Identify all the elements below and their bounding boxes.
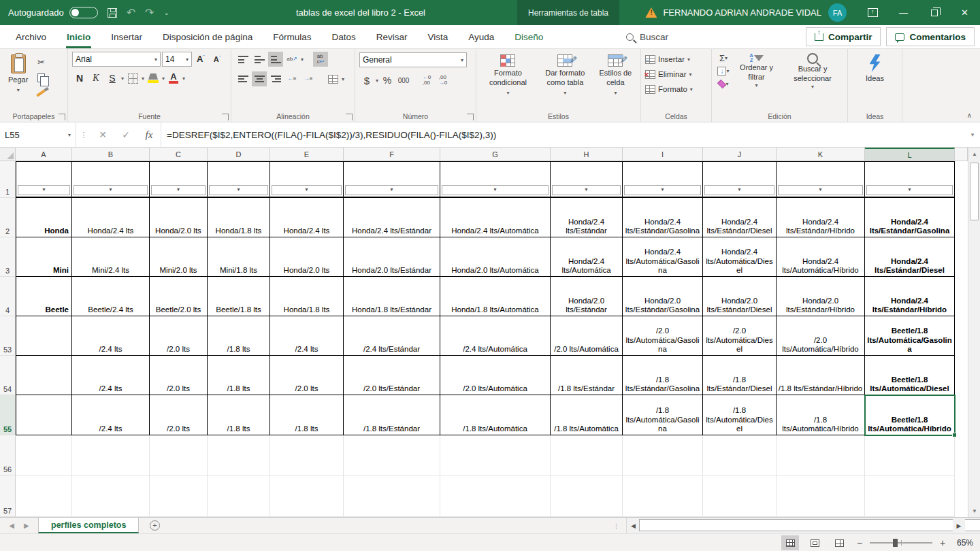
view-page-break-button[interactable] [830, 535, 848, 550]
save-icon[interactable] [108, 8, 117, 18]
ideas-button[interactable]: Ideas [852, 52, 898, 86]
cell-K1[interactable]: /Híbrido▼ [777, 161, 865, 198]
column-header-H[interactable]: H [551, 148, 623, 161]
clipboard-dialog-launcher[interactable] [59, 114, 65, 120]
fill-handle[interactable] [952, 433, 957, 437]
column-header-G[interactable]: G [440, 148, 551, 161]
cell-B54[interactable]: /2.4 lts [72, 356, 150, 395]
row-header-57[interactable]: 57 [0, 475, 16, 517]
tabbar-grip[interactable]: ⋮ [606, 518, 626, 533]
cell-L57[interactable] [865, 475, 955, 517]
cell-A53[interactable] [16, 316, 72, 356]
find-select-button[interactable]: Buscar y seleccionar ▾ [782, 52, 843, 92]
cell-A2[interactable]: Honda [16, 198, 72, 237]
column-header-B[interactable]: B [72, 148, 150, 161]
cell-B55[interactable]: /2.4 lts [72, 395, 150, 435]
cut-button[interactable]: ✂ [33, 54, 48, 69]
cell-I56[interactable] [623, 435, 703, 475]
currency-button[interactable]: $ [359, 73, 374, 88]
cell-H54[interactable]: /1.8 lts/Estándar [551, 356, 623, 395]
cell-C53[interactable]: /2.0 lts [150, 316, 208, 356]
row-header-54[interactable]: 54 [0, 356, 16, 395]
menu-tab-vista[interactable]: Vista [417, 25, 458, 49]
menu-tab-insertar[interactable]: Insertar [101, 25, 152, 49]
cell-I54[interactable]: /1.8 lts/Estándar/Gasolina [623, 356, 703, 395]
cell-G4[interactable]: Honda/1.8 lts/Automática [440, 277, 551, 316]
comma-style-button[interactable]: 000 [396, 73, 411, 88]
new-sheet-button[interactable]: + [139, 518, 170, 533]
fill-color-button[interactable] [146, 71, 161, 86]
cell-L56[interactable] [865, 435, 955, 475]
cell-K57[interactable] [777, 475, 865, 517]
format-cells-button[interactable]: Formato▾ [645, 82, 707, 97]
filter-button-A[interactable]: ▼ [18, 185, 70, 195]
cell-C55[interactable]: /2.0 lts [150, 395, 208, 435]
font-name-select[interactable]: Arial▾ [72, 52, 161, 67]
cell-D4[interactable]: Beetle/1.8 lts [208, 277, 270, 316]
cell-G57[interactable] [440, 475, 551, 517]
font-dialog-launcher[interactable] [222, 114, 229, 120]
cell-D2[interactable]: Honda/1.8 lts [208, 198, 270, 237]
cell-E57[interactable] [270, 475, 344, 517]
paste-button[interactable]: Pegar ▾ [4, 52, 32, 97]
cell-H1[interactable]: perfil_i2▼ [551, 161, 623, 198]
cell-C2[interactable]: Honda/2.0 lts [150, 198, 208, 237]
clear-button[interactable]: ▾ [716, 78, 731, 90]
autosave-toggle[interactable]: Autoguardado [8, 7, 98, 18]
cell-E3[interactable]: Honda/2.0 lts [270, 237, 344, 277]
cell-F56[interactable] [344, 435, 440, 475]
search-box[interactable]: Buscar [626, 25, 668, 49]
expand-formula-bar-icon[interactable]: ▾ [965, 122, 980, 147]
cell-L4[interactable]: Honda/2.4 lts/Estándar/Híbrido [865, 277, 955, 316]
column-header-I[interactable]: I [623, 148, 703, 161]
conditional-formatting-button[interactable]: Formato condicional ▾ [480, 52, 536, 99]
cell-A56[interactable] [16, 435, 72, 475]
sheet-nav-right-icon[interactable]: ▶ [24, 522, 29, 529]
cell-H56[interactable] [551, 435, 623, 475]
cell-L3[interactable]: Honda/2.4 lts/Estándar/Diesel [865, 237, 955, 277]
cell-L1[interactable]: perfil completo▼ [865, 161, 955, 198]
delete-cells-button[interactable]: Eliminar▾ [645, 67, 707, 82]
cell-K3[interactable]: Honda/2.4 lts/Automática/Híbrido [777, 237, 865, 277]
cell-J1[interactable]: /Diesel▼ [703, 161, 777, 198]
cell-L55[interactable]: Beetle/1.8 lts/Automática/Híbrido [865, 395, 955, 435]
alignment-dialog-launcher[interactable] [346, 114, 353, 120]
cell-A4[interactable]: Beetle [16, 277, 72, 316]
column-header-D[interactable]: D [208, 148, 270, 161]
view-page-layout-button[interactable] [806, 535, 823, 550]
collapse-ribbon-icon[interactable]: ∧ [967, 112, 972, 119]
font-size-select[interactable]: 14▾ [162, 52, 192, 67]
scroll-up-icon[interactable]: ▲ [968, 148, 980, 160]
cell-D56[interactable] [208, 435, 270, 475]
sheet-nav-left-icon[interactable]: ◀ [9, 522, 14, 529]
redo-icon[interactable]: ↷ [145, 6, 154, 19]
comments-button[interactable]: Comentarios [886, 27, 975, 46]
row-header-55[interactable]: 55 [0, 395, 16, 435]
cell-F54[interactable]: /2.0 lts/Estándar [344, 356, 440, 395]
filter-button-J[interactable]: ▼ [704, 185, 774, 195]
column-header-J[interactable]: J [703, 148, 777, 161]
autosave-toggle-pill[interactable] [69, 7, 98, 18]
enter-button[interactable]: ✓ [114, 122, 137, 147]
cell-E55[interactable]: /1.8 lts [270, 395, 344, 435]
restore-button[interactable] [919, 0, 949, 25]
cell-H57[interactable] [551, 475, 623, 517]
cell-L54[interactable]: Beetle/1.8 lts/Automática/Diesel [865, 356, 955, 395]
cell-K53[interactable]: /2.0 lts/Automática/Híbrido [777, 316, 865, 356]
cancel-button[interactable]: ✕ [91, 122, 114, 147]
cell-J54[interactable]: /1.8 lts/Estándar/Diesel [703, 356, 777, 395]
cell-E1[interactable]: perfil_i1▼ [270, 161, 344, 198]
menu-tab-ayuda[interactable]: Ayuda [458, 25, 504, 49]
wrap-text-button[interactable]: abc↩ [313, 52, 328, 67]
cell-C57[interactable] [150, 475, 208, 517]
cell-I55[interactable]: /1.8 lts/Automática/Gasolina [623, 395, 703, 435]
filter-button-I[interactable]: ▼ [624, 185, 701, 195]
increase-indent-button[interactable]: →≡ [301, 71, 316, 86]
cell-D55[interactable]: /1.8 lts [208, 395, 270, 435]
orientation-button[interactable]: ab↗ [284, 52, 299, 67]
menu-tab-inicio[interactable]: Inicio [56, 25, 101, 49]
cell-G56[interactable] [440, 435, 551, 475]
cell-F53[interactable]: /2.4 lts/Estándar [344, 316, 440, 356]
cell-C3[interactable]: Mini/2.0 lts [150, 237, 208, 277]
filter-button-K[interactable]: ▼ [778, 185, 863, 195]
